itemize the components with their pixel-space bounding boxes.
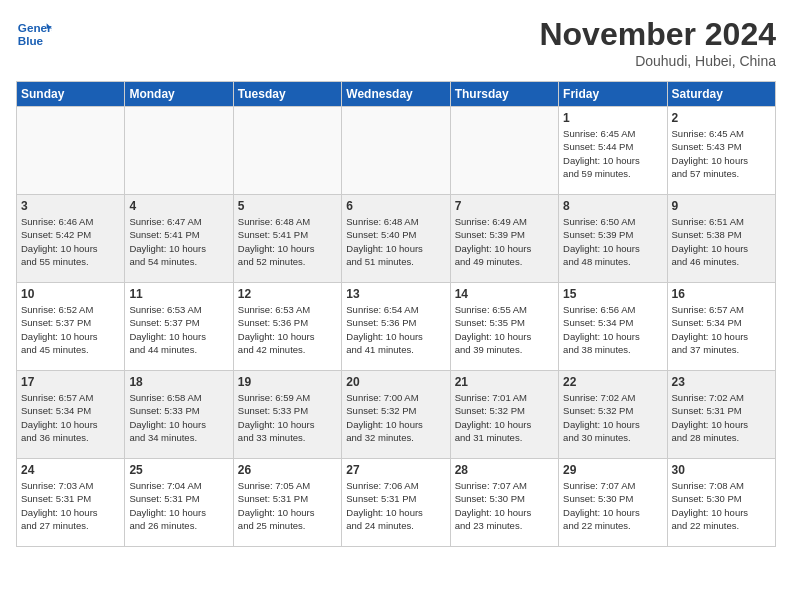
calendar-cell: 23Sunrise: 7:02 AM Sunset: 5:31 PM Dayli…	[667, 371, 775, 459]
calendar-cell: 29Sunrise: 7:07 AM Sunset: 5:30 PM Dayli…	[559, 459, 667, 547]
day-number: 19	[238, 375, 337, 389]
day-info: Sunrise: 6:47 AM Sunset: 5:41 PM Dayligh…	[129, 215, 228, 268]
day-info: Sunrise: 6:49 AM Sunset: 5:39 PM Dayligh…	[455, 215, 554, 268]
day-info: Sunrise: 6:51 AM Sunset: 5:38 PM Dayligh…	[672, 215, 771, 268]
day-number: 20	[346, 375, 445, 389]
logo: General Blue	[16, 16, 52, 52]
day-number: 14	[455, 287, 554, 301]
page-header: General Blue November 2024 Douhudi, Hube…	[16, 16, 776, 69]
calendar-body: 1Sunrise: 6:45 AM Sunset: 5:44 PM Daylig…	[17, 107, 776, 547]
day-info: Sunrise: 7:00 AM Sunset: 5:32 PM Dayligh…	[346, 391, 445, 444]
calendar-cell: 21Sunrise: 7:01 AM Sunset: 5:32 PM Dayli…	[450, 371, 558, 459]
day-info: Sunrise: 7:05 AM Sunset: 5:31 PM Dayligh…	[238, 479, 337, 532]
location: Douhudi, Hubei, China	[539, 53, 776, 69]
logo-icon: General Blue	[16, 16, 52, 52]
day-info: Sunrise: 6:48 AM Sunset: 5:41 PM Dayligh…	[238, 215, 337, 268]
day-info: Sunrise: 6:55 AM Sunset: 5:35 PM Dayligh…	[455, 303, 554, 356]
weekday-saturday: Saturday	[667, 82, 775, 107]
week-row-1: 1Sunrise: 6:45 AM Sunset: 5:44 PM Daylig…	[17, 107, 776, 195]
day-info: Sunrise: 6:53 AM Sunset: 5:36 PM Dayligh…	[238, 303, 337, 356]
calendar-cell	[125, 107, 233, 195]
weekday-thursday: Thursday	[450, 82, 558, 107]
calendar-cell: 20Sunrise: 7:00 AM Sunset: 5:32 PM Dayli…	[342, 371, 450, 459]
calendar-cell: 3Sunrise: 6:46 AM Sunset: 5:42 PM Daylig…	[17, 195, 125, 283]
day-number: 24	[21, 463, 120, 477]
calendar-cell: 11Sunrise: 6:53 AM Sunset: 5:37 PM Dayli…	[125, 283, 233, 371]
week-row-3: 10Sunrise: 6:52 AM Sunset: 5:37 PM Dayli…	[17, 283, 776, 371]
calendar-cell: 1Sunrise: 6:45 AM Sunset: 5:44 PM Daylig…	[559, 107, 667, 195]
calendar-cell: 24Sunrise: 7:03 AM Sunset: 5:31 PM Dayli…	[17, 459, 125, 547]
day-info: Sunrise: 6:48 AM Sunset: 5:40 PM Dayligh…	[346, 215, 445, 268]
day-number: 16	[672, 287, 771, 301]
weekday-header-row: SundayMondayTuesdayWednesdayThursdayFrid…	[17, 82, 776, 107]
day-number: 21	[455, 375, 554, 389]
day-info: Sunrise: 7:02 AM Sunset: 5:31 PM Dayligh…	[672, 391, 771, 444]
calendar-cell: 12Sunrise: 6:53 AM Sunset: 5:36 PM Dayli…	[233, 283, 341, 371]
day-number: 4	[129, 199, 228, 213]
day-number: 2	[672, 111, 771, 125]
calendar-cell: 22Sunrise: 7:02 AM Sunset: 5:32 PM Dayli…	[559, 371, 667, 459]
day-info: Sunrise: 7:06 AM Sunset: 5:31 PM Dayligh…	[346, 479, 445, 532]
day-number: 3	[21, 199, 120, 213]
calendar-cell: 28Sunrise: 7:07 AM Sunset: 5:30 PM Dayli…	[450, 459, 558, 547]
calendar-cell: 8Sunrise: 6:50 AM Sunset: 5:39 PM Daylig…	[559, 195, 667, 283]
calendar-cell	[17, 107, 125, 195]
calendar-cell: 14Sunrise: 6:55 AM Sunset: 5:35 PM Dayli…	[450, 283, 558, 371]
calendar-cell: 27Sunrise: 7:06 AM Sunset: 5:31 PM Dayli…	[342, 459, 450, 547]
calendar-cell: 13Sunrise: 6:54 AM Sunset: 5:36 PM Dayli…	[342, 283, 450, 371]
day-info: Sunrise: 6:53 AM Sunset: 5:37 PM Dayligh…	[129, 303, 228, 356]
day-info: Sunrise: 7:08 AM Sunset: 5:30 PM Dayligh…	[672, 479, 771, 532]
day-number: 23	[672, 375, 771, 389]
day-number: 8	[563, 199, 662, 213]
day-info: Sunrise: 7:07 AM Sunset: 5:30 PM Dayligh…	[455, 479, 554, 532]
calendar-cell	[233, 107, 341, 195]
month-title: November 2024	[539, 16, 776, 53]
calendar-cell: 15Sunrise: 6:56 AM Sunset: 5:34 PM Dayli…	[559, 283, 667, 371]
day-number: 12	[238, 287, 337, 301]
day-number: 1	[563, 111, 662, 125]
calendar-cell: 17Sunrise: 6:57 AM Sunset: 5:34 PM Dayli…	[17, 371, 125, 459]
week-row-2: 3Sunrise: 6:46 AM Sunset: 5:42 PM Daylig…	[17, 195, 776, 283]
calendar-cell: 16Sunrise: 6:57 AM Sunset: 5:34 PM Dayli…	[667, 283, 775, 371]
calendar-cell: 2Sunrise: 6:45 AM Sunset: 5:43 PM Daylig…	[667, 107, 775, 195]
weekday-tuesday: Tuesday	[233, 82, 341, 107]
weekday-monday: Monday	[125, 82, 233, 107]
day-info: Sunrise: 6:54 AM Sunset: 5:36 PM Dayligh…	[346, 303, 445, 356]
day-number: 13	[346, 287, 445, 301]
day-number: 26	[238, 463, 337, 477]
day-info: Sunrise: 6:59 AM Sunset: 5:33 PM Dayligh…	[238, 391, 337, 444]
day-number: 27	[346, 463, 445, 477]
day-number: 29	[563, 463, 662, 477]
day-number: 17	[21, 375, 120, 389]
day-number: 15	[563, 287, 662, 301]
day-info: Sunrise: 6:52 AM Sunset: 5:37 PM Dayligh…	[21, 303, 120, 356]
calendar-cell: 6Sunrise: 6:48 AM Sunset: 5:40 PM Daylig…	[342, 195, 450, 283]
calendar-cell: 18Sunrise: 6:58 AM Sunset: 5:33 PM Dayli…	[125, 371, 233, 459]
day-number: 22	[563, 375, 662, 389]
day-number: 18	[129, 375, 228, 389]
day-number: 28	[455, 463, 554, 477]
calendar-cell	[342, 107, 450, 195]
calendar-cell: 4Sunrise: 6:47 AM Sunset: 5:41 PM Daylig…	[125, 195, 233, 283]
day-number: 9	[672, 199, 771, 213]
svg-text:Blue: Blue	[18, 34, 44, 47]
day-info: Sunrise: 7:02 AM Sunset: 5:32 PM Dayligh…	[563, 391, 662, 444]
day-info: Sunrise: 7:04 AM Sunset: 5:31 PM Dayligh…	[129, 479, 228, 532]
day-info: Sunrise: 6:50 AM Sunset: 5:39 PM Dayligh…	[563, 215, 662, 268]
day-number: 7	[455, 199, 554, 213]
day-info: Sunrise: 6:45 AM Sunset: 5:43 PM Dayligh…	[672, 127, 771, 180]
day-info: Sunrise: 7:01 AM Sunset: 5:32 PM Dayligh…	[455, 391, 554, 444]
calendar-table: SundayMondayTuesdayWednesdayThursdayFrid…	[16, 81, 776, 547]
calendar-cell: 5Sunrise: 6:48 AM Sunset: 5:41 PM Daylig…	[233, 195, 341, 283]
calendar-cell: 10Sunrise: 6:52 AM Sunset: 5:37 PM Dayli…	[17, 283, 125, 371]
day-number: 11	[129, 287, 228, 301]
weekday-sunday: Sunday	[17, 82, 125, 107]
calendar-cell	[450, 107, 558, 195]
week-row-4: 17Sunrise: 6:57 AM Sunset: 5:34 PM Dayli…	[17, 371, 776, 459]
day-number: 5	[238, 199, 337, 213]
day-info: Sunrise: 7:03 AM Sunset: 5:31 PM Dayligh…	[21, 479, 120, 532]
calendar-cell: 7Sunrise: 6:49 AM Sunset: 5:39 PM Daylig…	[450, 195, 558, 283]
weekday-friday: Friday	[559, 82, 667, 107]
day-info: Sunrise: 6:57 AM Sunset: 5:34 PM Dayligh…	[21, 391, 120, 444]
day-info: Sunrise: 6:58 AM Sunset: 5:33 PM Dayligh…	[129, 391, 228, 444]
